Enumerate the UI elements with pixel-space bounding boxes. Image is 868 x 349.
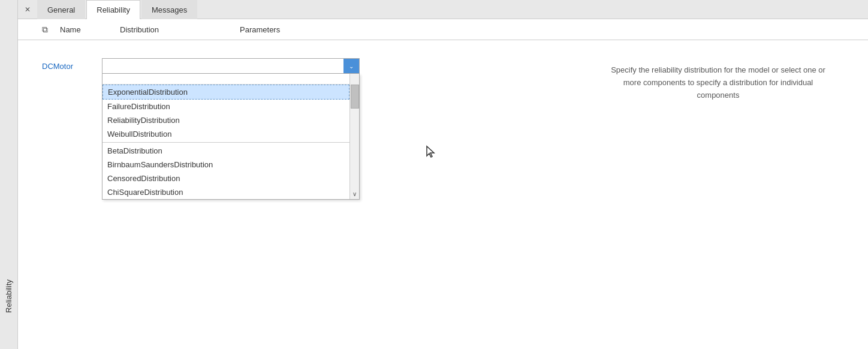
dropdown-item-failure[interactable]: FailureDistribution xyxy=(103,100,349,113)
dropdown-item-censored[interactable]: CensoredDistribution xyxy=(103,172,349,185)
dropdown-list: ∧ ExponentialDistribution FailureDistrib… xyxy=(102,74,360,200)
tab-messages[interactable]: Messages xyxy=(141,0,197,19)
row-area: DCMotor ⌄ ∧ ExponentialDistribution xyxy=(18,40,868,349)
tab-bar: ✕ General Reliability Messages xyxy=(18,0,868,19)
dropdown-item-birnbaum[interactable]: BirnbaumSaundersDistribution xyxy=(103,158,349,172)
dropdown-item-weibull[interactable]: WeibullDistribution xyxy=(103,127,349,141)
tab-reliability[interactable]: Reliability xyxy=(86,0,140,19)
dropdown-separator xyxy=(103,142,349,143)
copy-icon: ⧉ xyxy=(42,24,60,35)
sidebar-label: Reliability xyxy=(4,279,13,313)
left-sidebar: Reliability xyxy=(0,0,18,349)
dropdown-item-beta[interactable]: BetaDistribution xyxy=(103,144,349,158)
row-label-dcmotor: DCMotor xyxy=(42,58,102,349)
dropdown-scrollbar[interactable]: ∨ xyxy=(349,74,359,199)
dropdown-item-chisquare[interactable]: ChiSquareDistribution xyxy=(103,185,349,199)
dropdown-item-exponential[interactable]: ExponentialDistribution xyxy=(103,85,349,100)
dropdown-select-box[interactable]: ⌄ xyxy=(102,58,360,74)
chevron-down-icon: ⌄ xyxy=(349,63,354,70)
cursor-indicator xyxy=(426,145,438,160)
column-headers: ⧉ Name Distribution Parameters xyxy=(18,19,868,40)
close-button[interactable]: ✕ xyxy=(20,2,35,17)
tab-general[interactable]: General xyxy=(37,0,85,19)
scroll-down-arrow-bottom[interactable]: ∨ xyxy=(352,191,357,197)
col-header-parameters: Parameters xyxy=(240,25,280,34)
dropdown-item-reliability[interactable]: ReliabilityDistribution xyxy=(103,113,349,127)
dropdown-toggle-button[interactable]: ⌄ xyxy=(343,59,359,73)
scrollbar-thumb[interactable] xyxy=(351,85,359,109)
dropdown-items-wrapper: ExponentialDistribution FailureDistribut… xyxy=(103,85,349,199)
content-area: ⧉ Name Distribution Parameters DCMotor ⌄… xyxy=(18,19,868,349)
col-header-name: Name xyxy=(60,25,120,34)
main-content: ✕ General Reliability Messages ⧉ Name Di… xyxy=(18,0,868,349)
scroll-top-area: ∧ xyxy=(103,74,359,85)
hint-text: Specify the reliability distribution for… xyxy=(604,64,832,101)
distribution-dropdown[interactable]: ⌄ ∧ ExponentialDistribution FailureDistr… xyxy=(102,58,360,349)
col-header-distribution: Distribution xyxy=(120,25,240,34)
